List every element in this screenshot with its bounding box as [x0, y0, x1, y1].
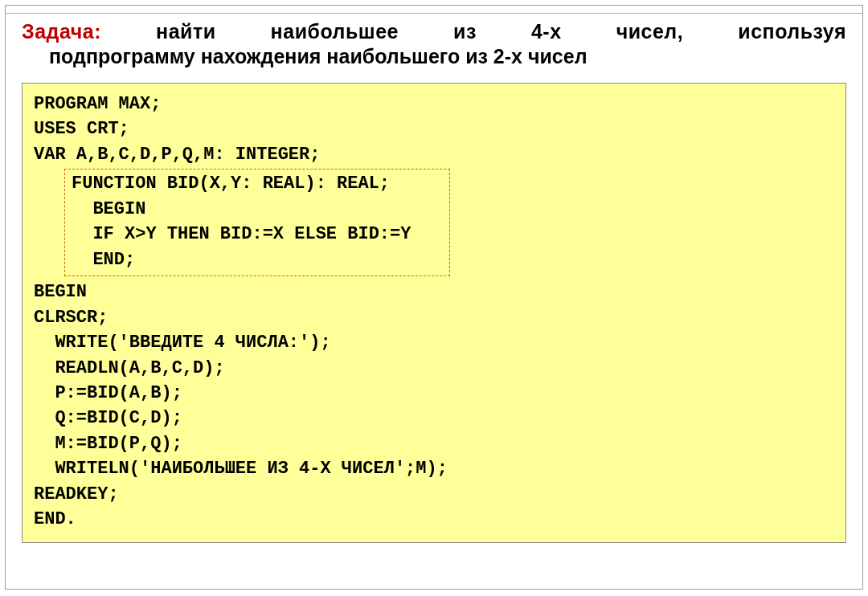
task-line-2: подпрограмму нахождения наибольшего из 2… — [22, 45, 846, 68]
code-line-program: PROGRAM MAX; — [34, 92, 834, 116]
task-text-1: найти наибольшее из 4-х чисел, используя — [101, 20, 846, 43]
code-line-q: Q:=BID(C,D); — [34, 406, 834, 431]
code-line-m: M:=BID(P,Q); — [34, 431, 834, 456]
code-line-readln: READLN(A,B,C,D); — [34, 356, 834, 381]
code-line-fn-begin: BEGIN — [72, 197, 443, 222]
code-box: PROGRAM MAX; USES CRT; VAR A,B,C,D,P,Q,M… — [22, 83, 846, 543]
code-line-writeln: WRITELN('НАИБОЛЬШЕЕ ИЗ 4-Х ЧИСЕЛ';M); — [34, 456, 834, 481]
task-section: Задача: найти наибольшее из 4-х чисел, и… — [6, 20, 862, 76]
function-box: FUNCTION BID(X,Y: REAL): REAL; BEGIN IF … — [64, 169, 450, 276]
code-line-end: END. — [34, 507, 834, 532]
code-line-begin: BEGIN — [34, 280, 834, 304]
code-line-var: VAR A,B,C,D,P,Q,M: INTEGER; — [34, 142, 834, 167]
code-line-fn-decl: FUNCTION BID(X,Y: REAL): REAL; — [72, 171, 443, 196]
task-label: Задача: — [22, 20, 101, 43]
code-line-write: WRITE('ВВЕДИТЕ 4 ЧИСЛА:'); — [34, 330, 834, 355]
code-line-fn-if: IF X>Y THEN BID:=X ELSE BID:=Y — [72, 222, 443, 247]
code-line-p: P:=BID(A,B); — [34, 381, 834, 406]
code-line-clrscr: CLRSCR; — [34, 305, 834, 330]
task-line-1: Задача: найти наибольшее из 4-х чисел, и… — [22, 20, 846, 43]
code-line-fn-end: END; — [72, 247, 443, 272]
code-line-readkey: READKEY; — [34, 482, 834, 507]
code-line-uses: USES CRT; — [34, 116, 834, 141]
slide-frame: Задача: найти наибольшее из 4-х чисел, и… — [5, 5, 863, 590]
top-divider — [6, 6, 862, 14]
